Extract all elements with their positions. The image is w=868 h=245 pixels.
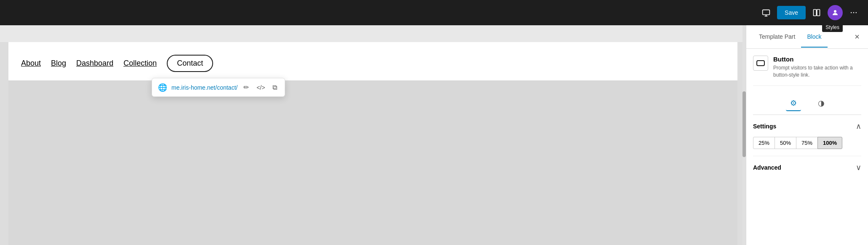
right-panel: Template Part Block × Button Prompt visi… xyxy=(746,25,868,245)
svg-rect-0 xyxy=(763,10,770,15)
svg-point-6 xyxy=(851,12,852,13)
panel-header: Template Part Block × xyxy=(746,25,868,49)
canvas-content: About Blog Dashboard Collection Contact … xyxy=(8,42,737,245)
svg-rect-4 xyxy=(817,10,820,16)
width-75-button[interactable]: 75% xyxy=(796,137,818,149)
code-icon[interactable]: </> xyxy=(255,83,267,92)
nav-link-blog[interactable]: Blog xyxy=(51,59,66,68)
block-info-text: Button Prompt visitors to take action wi… xyxy=(773,56,861,79)
advanced-title: Advanced xyxy=(753,164,781,171)
styles-button[interactable] xyxy=(828,5,843,20)
canvas-area: About Blog Dashboard Collection Contact … xyxy=(0,25,746,245)
nav-link-contact[interactable]: Contact xyxy=(167,55,213,72)
svg-point-7 xyxy=(853,12,855,13)
settings-title: Settings xyxy=(753,123,776,130)
block-icon-box xyxy=(753,56,768,71)
settings-sub-tab[interactable]: ⚙ xyxy=(786,96,801,111)
width-50-button[interactable]: 50% xyxy=(775,137,796,149)
top-toolbar: Save Styles xyxy=(0,0,868,25)
nav-area: About Blog Dashboard Collection Contact … xyxy=(8,42,737,80)
link-popup: 🌐 me.iris-home.net/contact/ ✏ </> ⧉ xyxy=(152,78,285,97)
save-button[interactable]: Save xyxy=(777,6,806,19)
settings-section: Settings ∧ 25% 50% 75% 100% xyxy=(753,115,861,156)
nav-link-dashboard[interactable]: Dashboard xyxy=(76,59,113,68)
preview-button[interactable] xyxy=(758,5,774,20)
button-block-icon xyxy=(756,60,765,66)
nav-link-collection[interactable]: Collection xyxy=(123,59,157,68)
panel-close-button[interactable]: × xyxy=(853,30,861,43)
canvas-top-bar xyxy=(0,25,746,42)
svg-point-5 xyxy=(834,10,836,13)
width-25-button[interactable]: 25% xyxy=(753,137,775,149)
panel-body: Button Prompt visitors to take action wi… xyxy=(746,49,868,245)
panel-sub-tabs: ⚙ ◑ xyxy=(753,93,861,115)
tab-template-part[interactable]: Template Part xyxy=(753,27,801,48)
svg-rect-9 xyxy=(757,61,764,66)
block-info: Button Prompt visitors to take action wi… xyxy=(753,56,861,86)
canvas-bottom xyxy=(8,80,737,245)
svg-rect-3 xyxy=(814,10,817,16)
styles-tooltip-container: Styles xyxy=(828,5,843,20)
scrollbar-thumb[interactable] xyxy=(742,91,746,157)
styles-tooltip-label: Styles xyxy=(822,23,843,32)
more-options-button[interactable] xyxy=(846,5,861,20)
advanced-expand-button[interactable]: ∨ xyxy=(856,163,861,172)
styles-sub-tab[interactable]: ◑ xyxy=(814,96,829,111)
settings-collapse-button[interactable]: ∧ xyxy=(856,122,861,131)
width-options: 25% 50% 75% 100% xyxy=(753,137,861,149)
advanced-section: Advanced ∨ xyxy=(753,156,861,179)
advanced-header: Advanced ∨ xyxy=(753,163,861,172)
block-description: Prompt visitors to take action with a bu… xyxy=(773,64,861,79)
globe-icon: 🌐 xyxy=(158,83,167,92)
editor-toggle-button[interactable] xyxy=(809,5,824,20)
panel-tabs: Template Part Block xyxy=(753,27,828,48)
scrollbar-track xyxy=(742,25,746,245)
svg-point-8 xyxy=(856,12,857,13)
block-name: Button xyxy=(773,56,861,63)
width-100-button[interactable]: 100% xyxy=(817,137,842,149)
copy-icon[interactable]: ⧉ xyxy=(271,83,279,92)
link-popup-url[interactable]: me.iris-home.net/contact/ xyxy=(171,84,238,91)
settings-header: Settings ∧ xyxy=(753,122,861,131)
edit-icon[interactable]: ✏ xyxy=(242,83,251,92)
main-layout: About Blog Dashboard Collection Contact … xyxy=(0,25,868,245)
nav-link-about[interactable]: About xyxy=(21,59,41,68)
